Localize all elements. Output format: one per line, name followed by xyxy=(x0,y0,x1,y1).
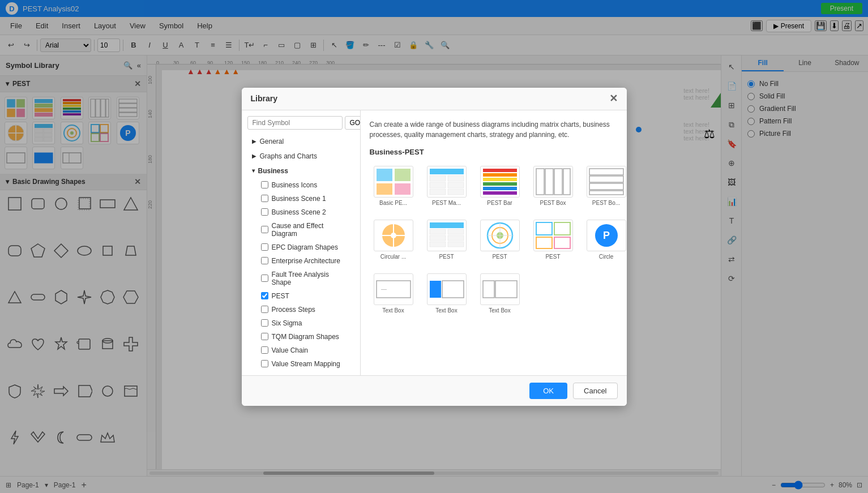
subcat-label-process: Process Steps xyxy=(272,306,315,314)
symbol-pest-box[interactable]: PEST Box xyxy=(529,162,577,210)
subcat-cb-fault[interactable] xyxy=(261,275,268,282)
subcat-label-enterprise: Enterprise Architecture xyxy=(272,257,340,265)
symbol-label-pest-bo2: PEST Bo... xyxy=(592,200,620,206)
svg-rect-88 xyxy=(483,169,517,172)
symbol-thumb-pest1 xyxy=(427,220,467,251)
subcat-cb-scene1[interactable] xyxy=(261,195,268,202)
svg-rect-86 xyxy=(430,189,446,195)
svg-rect-129 xyxy=(495,281,517,298)
svg-rect-94 xyxy=(536,169,544,195)
subcat-fault-tree[interactable]: Fault Tree Analysis Shape xyxy=(247,269,354,288)
symbol-textbox3[interactable]: Text Box xyxy=(476,269,524,318)
subcat-cb-valuestream[interactable] xyxy=(261,360,268,367)
symbol-label-pest1: PEST xyxy=(439,254,454,260)
dialog-content: Can create a wide range of business diag… xyxy=(361,110,627,375)
svg-rect-80 xyxy=(395,183,411,195)
subcat-label-valuechain: Value Chain xyxy=(272,346,309,354)
subcat-epc[interactable]: EPC Diagram Shapes xyxy=(247,242,354,253)
svg-rect-118 xyxy=(536,222,552,235)
symbol-label-pest3: PEST xyxy=(545,254,560,260)
subcat-cb-pest[interactable] xyxy=(261,292,268,299)
subcat-cb-tqm[interactable] xyxy=(261,333,268,340)
symbol-pest-matrix[interactable]: PEST Ma... xyxy=(423,162,471,210)
subcat-cb-enterprise[interactable] xyxy=(261,257,268,264)
subcat-cb-scene2[interactable] xyxy=(261,208,268,216)
symbol-pest3[interactable]: PEST xyxy=(529,216,577,264)
symbol-basic-pest[interactable]: Basic PE... xyxy=(370,162,417,210)
cat-graphs-label: Graphs and Charts xyxy=(260,152,317,160)
symbol-label-basic-pest: Basic PE... xyxy=(379,200,407,206)
symbol-textbox2[interactable]: Text Box xyxy=(423,269,471,318)
subcat-business-scene2[interactable]: Business Scene 2 xyxy=(247,207,354,218)
symbol-thumb-circular xyxy=(374,220,413,251)
subcat-value-stream[interactable]: Value Stream Mapping xyxy=(247,358,354,370)
subcat-cb-business-icons[interactable] xyxy=(261,181,268,188)
subcat-label-cause: Cause and Effect Diagram xyxy=(272,222,350,238)
symbol-thumb-textbox3 xyxy=(480,273,520,305)
cat-graphs[interactable]: ▶ Graphs and Charts xyxy=(247,150,354,162)
cat-graphs-arrow: ▶ xyxy=(252,153,256,159)
subcat-cb-process[interactable] xyxy=(261,306,268,313)
symbol-pest-bar[interactable]: PEST Bar xyxy=(476,162,524,210)
svg-rect-100 xyxy=(589,183,623,190)
cat-general-label: General xyxy=(260,138,284,145)
subcat-label-sigma: Six Sigma xyxy=(272,319,302,327)
symbol-pest2[interactable]: PEST xyxy=(476,216,524,264)
symbol-thumb-circle-p: P xyxy=(587,220,626,251)
dialog-overlay[interactable]: Library ✕ GO ▶ General ▶ Grap xyxy=(0,0,868,493)
dialog-cancel-button[interactable]: Cancel xyxy=(573,383,617,399)
symbol-circular[interactable]: Circular ... xyxy=(370,216,417,264)
symbol-pest-bo2[interactable]: PEST Bo... xyxy=(583,162,627,210)
cat-business-label: Business xyxy=(258,167,288,175)
symbol-search-input[interactable] xyxy=(247,116,343,130)
symbol-textbox1[interactable]: — Text Box xyxy=(370,269,417,318)
subcat-cause-effect[interactable]: Cause and Effect Diagram xyxy=(247,220,354,239)
svg-rect-101 xyxy=(589,191,623,195)
svg-rect-96 xyxy=(554,169,562,195)
svg-rect-106 xyxy=(430,222,464,228)
subcat-value-chain[interactable]: Value Chain xyxy=(247,345,354,356)
svg-rect-108 xyxy=(448,229,464,234)
search-row: GO xyxy=(247,116,354,130)
svg-rect-97 xyxy=(563,169,570,195)
symbol-label-pest-box: PEST Box xyxy=(540,200,566,206)
subcat-business-scene1[interactable]: Business Scene 1 xyxy=(247,193,354,204)
symbol-circle-p[interactable]: P Circle xyxy=(583,216,627,264)
subcat-tqm[interactable]: TQM Diagram Shapes xyxy=(247,331,354,342)
subcat-cb-epc[interactable] xyxy=(261,243,268,251)
svg-rect-112 xyxy=(448,242,464,247)
symbol-thumb-basic-pest xyxy=(374,166,413,198)
svg-text:P: P xyxy=(602,230,609,241)
symbol-thumb-pest2 xyxy=(480,220,520,251)
symbol-pest1[interactable]: PEST xyxy=(423,216,471,264)
symbol-label-circular: Circular ... xyxy=(380,254,407,260)
cat-business[interactable]: ▾ Business xyxy=(247,165,354,177)
subcat-process-steps[interactable]: Process Steps xyxy=(247,304,354,315)
subcat-label-tqm: TQM Diagram Shapes xyxy=(272,333,339,341)
subcat-cb-valuechain[interactable] xyxy=(261,346,268,354)
dialog-close-button[interactable]: ✕ xyxy=(609,93,618,104)
subcat-label-scene2: Business Scene 2 xyxy=(272,208,326,216)
svg-rect-128 xyxy=(483,281,494,298)
dialog-footer: OK Cancel xyxy=(242,375,627,406)
symbol-label-textbox1: Text Box xyxy=(382,307,404,314)
svg-rect-82 xyxy=(430,175,446,181)
subcat-label-fault: Fault Tree Analysis Shape xyxy=(272,271,350,286)
symbol-label-textbox3: Text Box xyxy=(489,307,510,314)
subcat-pest[interactable]: PEST xyxy=(247,290,354,302)
subcat-cb-cause[interactable] xyxy=(261,226,268,233)
subcat-enterprise[interactable]: Enterprise Architecture xyxy=(247,255,354,267)
symbol-label-pest-matrix: PEST Ma... xyxy=(432,200,461,206)
svg-rect-93 xyxy=(483,191,517,195)
subcat-cb-sigma[interactable] xyxy=(261,319,268,327)
symbol-thumb-pest-bar xyxy=(480,166,520,198)
dialog-ok-button[interactable]: OK xyxy=(529,383,567,399)
search-go-button[interactable]: GO xyxy=(345,116,361,130)
svg-rect-87 xyxy=(448,189,464,195)
subcat-six-sigma[interactable]: Six Sigma xyxy=(247,318,354,329)
cat-general[interactable]: ▶ General xyxy=(247,135,354,148)
svg-rect-89 xyxy=(483,173,517,177)
svg-rect-81 xyxy=(430,169,464,174)
subcat-business-icons[interactable]: Business Icons xyxy=(247,179,354,191)
symbol-thumb-textbox2 xyxy=(427,273,467,305)
